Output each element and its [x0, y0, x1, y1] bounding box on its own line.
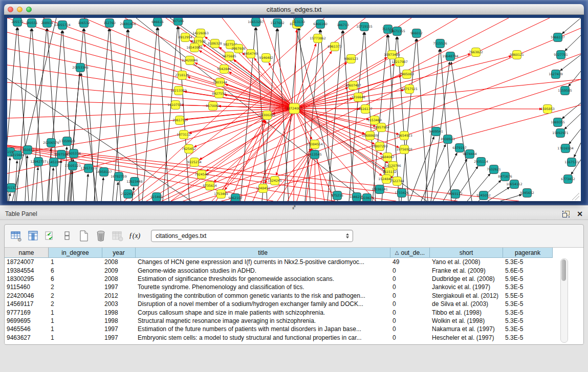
column-header-pagerank[interactable]: pagerank [503, 248, 553, 258]
cell-in_degree: 1 [49, 258, 102, 266]
svg-text:1215680: 1215680 [10, 153, 25, 157]
table-settings-icon[interactable]: ⚙ [9, 228, 24, 244]
svg-text:2803144: 2803144 [213, 80, 227, 84]
svg-text:9227781: 9227781 [554, 53, 568, 56]
table-row[interactable]: 2242004622012Investigating the contribut… [5, 292, 583, 300]
svg-text:8938923: 8938923 [441, 137, 455, 141]
cell-year: 1997 [102, 334, 136, 341]
svg-text:10654112: 10654112 [506, 182, 522, 186]
cell-year: 2003 [102, 300, 136, 308]
network-window[interactable]: citations_edges.txt 89129541422606391275… [4, 4, 584, 201]
cell-out_de: 0 [390, 334, 430, 341]
cell-name: 22420046 [5, 292, 49, 299]
svg-text:2867608: 2867608 [231, 47, 246, 50]
cell-in_degree: 1 [49, 325, 102, 333]
table-row[interactable]: 1830029562008Estimation of significance … [5, 275, 583, 283]
svg-text:8427552: 8427552 [212, 92, 226, 95]
svg-text:107191: 107191 [172, 19, 184, 23]
cell-title: Changes of HCN gene expression and I(f) … [136, 258, 390, 266]
svg-text:8454749: 8454749 [244, 52, 258, 55]
svg-text:1159585: 1159585 [558, 89, 572, 92]
svg-text:19756928: 19756928 [396, 147, 412, 151]
select-column-icon[interactable] [26, 228, 41, 244]
svg-text:9474444: 9474444 [463, 152, 477, 156]
column-header-out_de[interactable]: △out_de... [390, 248, 430, 258]
svg-text:10653287: 10653287 [248, 20, 264, 24]
trash-icon[interactable] [93, 228, 108, 244]
svg-text:20053346: 20053346 [72, 65, 89, 69]
column-header-title[interactable]: title [136, 248, 390, 258]
svg-text:18757515: 18757515 [401, 87, 418, 91]
table-panel-header: Table Panel ✕ [0, 208, 588, 220]
formula-builder-icon[interactable]: ƒ(x) [127, 228, 142, 244]
svg-text:208914: 208914 [41, 21, 53, 25]
cell-pagerank: 5.3E-5 [503, 325, 553, 333]
close-panel-icon[interactable]: ✕ [577, 211, 583, 217]
svg-text:1145194: 1145194 [47, 160, 61, 164]
table-row[interactable]: 969969511998Structural magnetic resonanc… [5, 317, 583, 325]
cell-out_de: 0 [390, 275, 430, 282]
table-row[interactable]: 946362711997Embryonic stem cells: a mode… [5, 334, 583, 342]
svg-text:16782759: 16782759 [111, 174, 127, 178]
new-document-icon[interactable] [76, 228, 92, 244]
column-header-year[interactable]: year [102, 248, 136, 258]
svg-text:15773862: 15773862 [310, 36, 326, 40]
svg-text:18807293: 18807293 [372, 144, 388, 148]
validate-data-icon[interactable]: ✔✔ [42, 228, 58, 244]
column-strip-icon[interactable] [59, 228, 75, 244]
table-selector-dropdown[interactable]: citations_edges.txt [151, 230, 353, 242]
network-canvas[interactable]: 8912954142260639127508165439628186328982… [7, 18, 581, 201]
scrollbar-thumb[interactable] [561, 259, 566, 281]
svg-text:9860121: 9860121 [510, 53, 524, 56]
cell-short: Stergiakouli et al. (2012) [430, 292, 503, 299]
table-selector-value: citations_edges.txt [151, 232, 344, 239]
svg-text:1069355: 1069355 [551, 120, 565, 124]
node-table: namein_degreeyeartitle△out_de...shortpag… [5, 247, 583, 344]
svg-text:13505123: 13505123 [64, 164, 81, 167]
cell-out_de: 0 [390, 300, 430, 308]
table-row[interactable]: 977716911998Corpus callosum shape and si… [5, 308, 583, 316]
cell-title: Corpus callosum shape and size in male p… [136, 309, 390, 316]
sort-ascending-icon: △ [395, 250, 399, 255]
svg-text:9225234: 9225234 [187, 160, 202, 164]
cell-pagerank: 5.3E-5 [503, 258, 553, 266]
column-header-in_degree[interactable]: in_degree [49, 248, 102, 258]
table-row[interactable]: 911546021997Tourette syndrome. Phenomeno… [5, 283, 583, 291]
table-scrollbar[interactable] [560, 258, 568, 343]
cell-title: Genome-wide association studies in ADHD. [136, 267, 390, 274]
svg-text:3675685: 3675685 [222, 54, 236, 58]
cell-short: de Silva et al. (2003) [430, 300, 503, 308]
svg-text:2522744: 2522744 [390, 179, 404, 183]
cell-name: 18300295 [5, 275, 49, 282]
svg-text:966012: 966012 [410, 31, 423, 35]
cell-short: Dudbridge et al. (2008) [430, 275, 503, 282]
float-panel-icon[interactable] [562, 211, 570, 217]
table-row[interactable]: 1938455462009Genome-wide association stu… [5, 266, 583, 274]
cell-name: 9465546 [5, 325, 49, 333]
column-header-name[interactable]: name [5, 248, 49, 258]
svg-text:14055724: 14055724 [54, 23, 71, 27]
table-row[interactable]: 1872400712008Changes of HCN gene express… [5, 258, 583, 266]
svg-text:14957984: 14957984 [373, 125, 389, 129]
cell-name: 19384554 [5, 267, 49, 274]
delete-table-icon[interactable] [110, 228, 125, 244]
panel-title: Table Panel [5, 210, 37, 217]
svg-text:1615132: 1615132 [382, 170, 397, 173]
svg-text:2605334: 2605334 [67, 151, 81, 155]
splitter-grip-icon: ▞ [293, 206, 295, 208]
cell-short: Jankovic et al. (1997) [430, 283, 503, 291]
cell-out_de: 0 [390, 283, 430, 291]
cell-out_de: 0 [390, 292, 430, 299]
table-row[interactable]: 946554611997Estimation of the future num… [5, 325, 583, 333]
svg-text:14671355: 14671355 [389, 29, 405, 33]
column-header-short[interactable]: short [430, 248, 503, 258]
window-titlebar[interactable]: citations_edges.txt [4, 4, 584, 15]
cell-year: 1997 [102, 283, 136, 291]
svg-text:10607487: 10607487 [345, 83, 361, 87]
svg-text:1513545: 1513545 [308, 152, 322, 156]
cell-pagerank: 5.3E-5 [503, 317, 553, 324]
svg-text:9127508: 9127508 [191, 39, 206, 43]
table-row[interactable]: 1456911722003Disruption of a novel membe… [5, 300, 583, 308]
svg-text:18300295: 18300295 [259, 113, 275, 117]
svg-text:7625452: 7625452 [182, 147, 196, 150]
